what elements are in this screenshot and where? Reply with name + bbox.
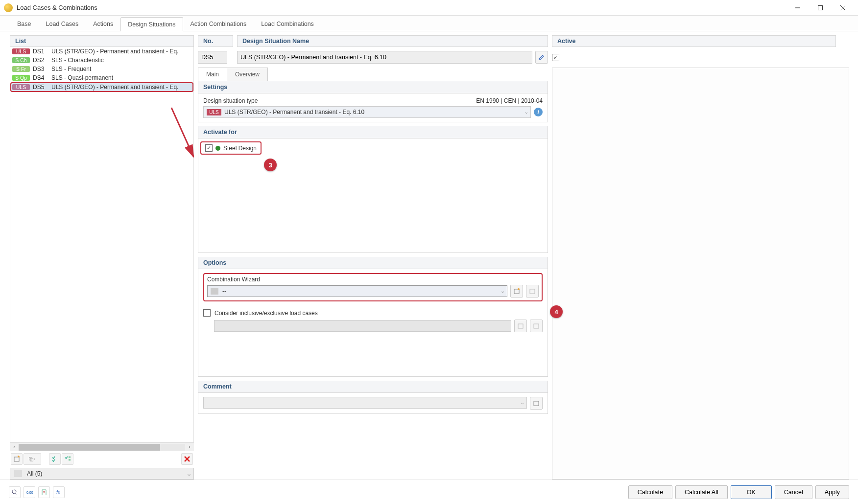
list-body: ULSDS1ULS (STR/GEO) - Permanent and tran… [10, 47, 194, 442]
svg-rect-7 [30, 458, 33, 461]
svg-rect-15 [518, 324, 523, 328]
wizard-new-button[interactable] [510, 285, 523, 298]
consider-dropdown [214, 320, 511, 332]
tab-load-combinations[interactable]: Load Combinations [254, 17, 321, 31]
ds-id: DS1 [33, 48, 48, 55]
list-item[interactable]: ULSDS1ULS (STR/GEO) - Permanent and tran… [10, 47, 193, 56]
col-no-header: No. [198, 35, 233, 47]
list-item[interactable]: S ChDS2SLS - Characteristic [10, 56, 193, 65]
no-input[interactable] [198, 51, 227, 64]
active-cell [552, 51, 836, 64]
tab-load-cases[interactable]: Load Cases [39, 17, 86, 31]
tab-base[interactable]: Base [10, 17, 39, 31]
calculate-all-button[interactable]: Calculate All [675, 485, 728, 499]
function-button[interactable]: fx [53, 486, 65, 498]
comment-edit-button[interactable] [530, 397, 543, 410]
wizard-dropdown[interactable]: -- ⌵ [207, 285, 507, 297]
window-controls [786, 0, 854, 16]
svg-point-18 [12, 490, 16, 494]
list-toolbar [10, 451, 194, 467]
status-dot-icon [215, 146, 220, 151]
maximize-button[interactable] [809, 0, 832, 16]
ds-desc: SLS - Characteristic [51, 57, 191, 64]
wizard-label: Combination Wizard [207, 276, 539, 283]
tab-design-situations[interactable]: Design Situations [120, 17, 183, 31]
info-icon[interactable]: i [534, 108, 543, 116]
svg-text:fx: fx [56, 490, 61, 495]
filter-dropdown[interactable]: All (5) ⌵ [10, 468, 194, 480]
scroll-thumb[interactable] [19, 444, 160, 451]
consider-checkbox[interactable] [203, 309, 211, 317]
ok-button[interactable]: OK [731, 485, 772, 499]
type-value: ULS (STR/GEO) - Permanent and transient … [224, 109, 364, 115]
filter-swatch [14, 470, 22, 477]
calculate-button[interactable]: Calculate [628, 485, 672, 499]
ds-id: DS5 [33, 84, 48, 91]
ds-desc: SLS - Quasi-permanent [51, 74, 191, 81]
name-cell [237, 51, 548, 64]
ds-desc: SLS - Frequent [51, 66, 191, 72]
edit-name-button[interactable] [535, 51, 548, 64]
list-item[interactable]: S FrDS3SLS - Frequent [10, 65, 193, 73]
steel-design-label: Steel Design [223, 145, 257, 152]
col-active-header: Active [552, 35, 836, 47]
name-input[interactable] [237, 51, 532, 64]
badge: S Ch [12, 57, 30, 63]
svg-rect-1 [818, 5, 823, 10]
svg-text:0.00: 0.00 [26, 491, 33, 494]
deselect-all-button[interactable] [62, 453, 73, 465]
svg-line-19 [16, 493, 18, 495]
scroll-left-icon[interactable]: ‹ [10, 443, 19, 452]
detail-value-row [198, 51, 849, 64]
titlebar: Load Cases & Combinations [0, 0, 858, 16]
close-button[interactable] [832, 0, 854, 16]
scroll-right-icon[interactable]: › [185, 443, 194, 452]
search-button[interactable] [9, 486, 21, 498]
list-h-scrollbar[interactable]: ‹ › [10, 442, 194, 451]
combination-wizard-box: Combination Wizard -- ⌵ [203, 273, 543, 301]
comment-group: Comment ⌵ [198, 381, 548, 414]
list-item[interactable]: ULSDS5ULS (STR/GEO) - Permanent and tran… [10, 82, 193, 92]
new-item-button[interactable] [11, 453, 23, 465]
situation-type-label: Design situation type [203, 97, 258, 104]
consider-edit-button [530, 320, 543, 332]
select-all-button[interactable] [49, 453, 61, 465]
scroll-track[interactable] [19, 444, 185, 451]
units-button[interactable]: 0.00 [24, 486, 35, 498]
apply-button[interactable]: Apply [815, 485, 849, 499]
comment-header: Comment [198, 381, 548, 393]
detail-left-column: MainOverview Settings Design situation t… [198, 68, 548, 480]
chevron-down-icon: ⌵ [188, 471, 191, 477]
main-tabs: BaseLoad CasesActionsDesign SituationsAc… [0, 16, 858, 31]
subtab-overview[interactable]: Overview [227, 68, 268, 81]
structure-button[interactable] [38, 486, 50, 498]
svg-point-24 [43, 491, 45, 493]
consider-label: Consider inclusive/exclusive load cases [214, 310, 318, 317]
main-content: List ULSDS1ULS (STR/GEO) - Permanent and… [0, 31, 858, 480]
situation-standard: EN 1990 | CEN | 2010-04 [476, 97, 543, 104]
subtab-main[interactable]: Main [198, 68, 227, 81]
svg-rect-6 [29, 458, 32, 460]
badge: ULS [12, 84, 30, 90]
delete-button[interactable] [181, 453, 193, 465]
list-header: List [10, 35, 194, 47]
copy-item-button[interactable] [24, 453, 41, 465]
badge: ULS [12, 48, 30, 54]
chevron-down-icon: ⌵ [501, 289, 504, 294]
col-name-header: Design Situation Name [237, 35, 548, 47]
tab-actions[interactable]: Actions [86, 17, 120, 31]
situation-type-dropdown[interactable]: ULS ULS (STR/GEO) - Permanent and transi… [203, 106, 531, 118]
callout-4: 4 [550, 305, 563, 318]
active-checkbox[interactable] [552, 54, 559, 61]
cancel-button[interactable]: Cancel [775, 485, 812, 499]
ds-id: DS3 [33, 66, 48, 72]
comment-input[interactable]: ⌵ [203, 397, 527, 409]
wizard-edit-button[interactable] [526, 285, 539, 298]
tab-action-combinations[interactable]: Action Combinations [183, 17, 254, 31]
list-panel: List ULSDS1ULS (STR/GEO) - Permanent and… [10, 35, 194, 480]
options-header: Options [198, 257, 548, 269]
list-item[interactable]: S QpDS4SLS - Quasi-permanent [10, 73, 193, 82]
consider-new-button [514, 320, 527, 332]
steel-design-checkbox[interactable] [205, 144, 213, 152]
minimize-button[interactable] [786, 0, 809, 16]
